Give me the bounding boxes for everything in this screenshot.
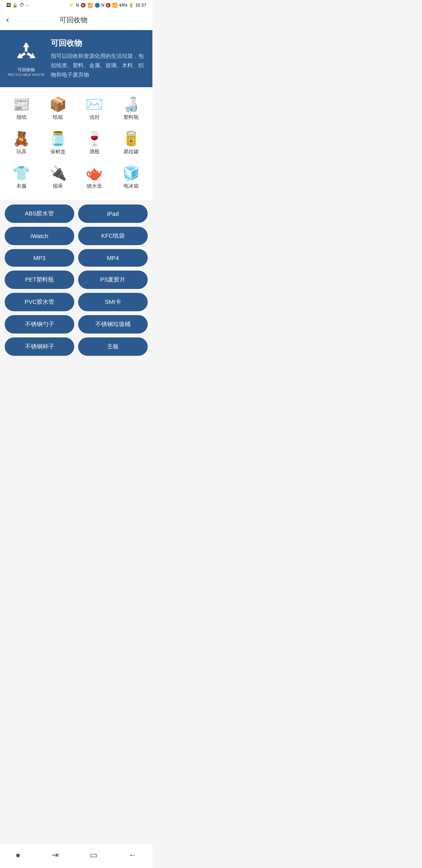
item-icon: 📰 <box>13 97 30 111</box>
item-icon: 🍶 <box>122 97 140 111</box>
icon-item[interactable]: 🍷 酒瓶 <box>76 128 113 159</box>
tag-button[interactable]: PVC胶水管 <box>5 293 74 311</box>
banner-title: 可回收物 <box>51 38 145 48</box>
item-icon: 📦 <box>49 97 67 111</box>
tag-button[interactable]: iPad <box>78 204 148 223</box>
item-label: 保鲜盒 <box>50 148 66 155</box>
tag-button[interactable]: 不锈钢杯子 <box>5 337 74 356</box>
tag-button[interactable]: 不锈钢勺子 <box>5 315 74 334</box>
svg-marker-2 <box>15 51 27 61</box>
item-icon: 🥫 <box>122 132 140 146</box>
tags-section: ABS胶水管iPadiWatchKFC纸袋MP3MP4PET塑料瓶PS废胶片PV… <box>0 200 152 360</box>
tag-button[interactable]: 主板 <box>78 337 148 356</box>
mute-icon: 🔇 <box>80 3 86 8</box>
banner-icon-area: 可回收物 RECYCLABLE WASTE <box>8 40 45 77</box>
item-icon: 🧸 <box>13 132 30 146</box>
icon-item[interactable]: 📦 纸箱 <box>40 93 77 125</box>
item-label: 信封 <box>89 114 100 121</box>
item-label: 插座 <box>53 183 63 190</box>
status-bar: 🖼 🔒 ⏱ ··· ⚡ N 🔇 📶 🔵 N 🔇 📶 44% 🔋 15:37 <box>0 0 152 10</box>
icon-item[interactable]: 🥫 易拉罐 <box>113 128 150 159</box>
banner-text-area: 可回收物 指可以回收和资源化用的生活垃圾，包括纸类、塑料、金属、玻璃、木料、织物… <box>51 38 145 79</box>
tag-button[interactable]: SMI卡 <box>78 293 148 311</box>
item-icon: 🍷 <box>86 132 103 146</box>
tag-button[interactable]: 不锈钢垃圾桶 <box>78 315 148 334</box>
item-icon: 🫙 <box>49 132 67 146</box>
icon-item[interactable]: 🫙 保鲜盒 <box>40 128 77 159</box>
wifi-icon: 📶 <box>88 3 93 8</box>
item-label: 纸箱 <box>53 114 63 121</box>
icon-item[interactable]: 🧊 电冰箱 <box>113 162 150 194</box>
status-right: ⚡ N 🔇 📶 🔵 N 🔇 📶 44% 🔋 15:37 <box>69 3 146 8</box>
item-icon: ✉️ <box>86 97 103 111</box>
item-label: 塑料瓶 <box>123 114 139 121</box>
tag-button[interactable]: MP4 <box>78 249 148 267</box>
banner: 可回收物 RECYCLABLE WASTE 可回收物 指可以回收和资源化用的生活… <box>0 30 152 87</box>
item-label: 易拉罐 <box>123 148 139 155</box>
page-title: 可回收物 <box>14 15 133 25</box>
svg-marker-0 <box>23 42 29 52</box>
recycle-icon <box>14 40 39 65</box>
tag-button[interactable]: PS废胶片 <box>78 271 148 289</box>
status-icons: 🖼 🔒 ⏱ ··· <box>6 2 29 8</box>
item-label: 酒瓶 <box>89 148 100 155</box>
item-label: 报纸 <box>16 114 27 121</box>
tags-grid: ABS胶水管iPadiWatchKFC纸袋MP3MP4PET塑料瓶PS废胶片PV… <box>5 204 148 356</box>
icon-item[interactable]: 👕 衣服 <box>3 162 40 194</box>
item-icon: 🔌 <box>49 166 67 180</box>
icon-item[interactable]: 📰 报纸 <box>3 93 40 125</box>
status-left: 🖼 🔒 ⏱ ··· <box>6 2 29 8</box>
item-label: 烧水壶 <box>87 183 102 190</box>
item-label: 玩具 <box>16 148 27 155</box>
bluetooth-icon: ⚡ <box>69 3 74 8</box>
banner-icon-label: 可回收物 RECYCLABLE WASTE <box>8 67 45 77</box>
tag-button[interactable]: MP3 <box>5 249 74 267</box>
item-label: 衣服 <box>16 183 27 190</box>
item-icon: 🫖 <box>86 166 103 180</box>
tag-button[interactable]: PET塑料瓶 <box>5 271 74 289</box>
tag-button[interactable]: KFC纸袋 <box>78 227 148 245</box>
banner-desc: 指可以回收和资源化用的生活垃圾，包括纸类、塑料、金属、玻璃、木料、织物和电子废弃… <box>51 52 145 79</box>
item-icon: 👕 <box>13 166 30 180</box>
tag-button[interactable]: ABS胶水管 <box>5 204 74 223</box>
battery-label: 🔵 N 🔇 📶 44% 🔋 15:37 <box>95 3 146 8</box>
header: ‹ 可回收物 <box>0 10 152 30</box>
icon-item[interactable]: 🔌 插座 <box>40 162 77 194</box>
item-icon: 🧊 <box>122 166 140 180</box>
icon-item[interactable]: 🧸 玩具 <box>3 128 40 159</box>
svg-marker-1 <box>26 51 37 61</box>
back-button[interactable]: ‹ <box>6 15 9 25</box>
icons-grid: 📰 报纸 📦 纸箱 ✉️ 信封 🍶 塑料瓶 🧸 玩具 🫙 保鲜盒 🍷 酒瓶 🥫 … <box>0 87 152 200</box>
nfc-icon: N <box>76 3 79 7</box>
icon-item[interactable]: 🍶 塑料瓶 <box>113 93 150 125</box>
tag-button[interactable]: iWatch <box>5 227 74 245</box>
item-label: 电冰箱 <box>123 183 139 190</box>
icon-item[interactable]: 🫖 烧水壶 <box>76 162 113 194</box>
icon-item[interactable]: ✉️ 信封 <box>76 93 113 125</box>
